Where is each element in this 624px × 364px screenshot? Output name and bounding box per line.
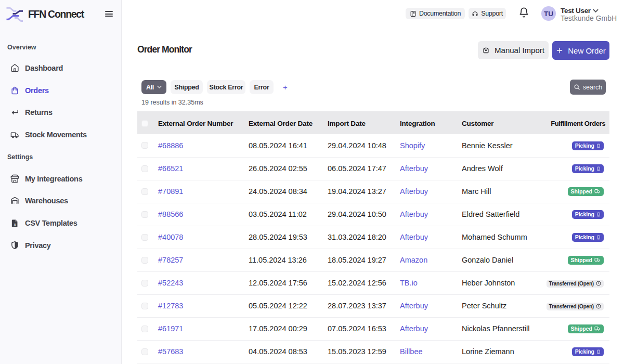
- svg-text:x: x: [14, 222, 16, 226]
